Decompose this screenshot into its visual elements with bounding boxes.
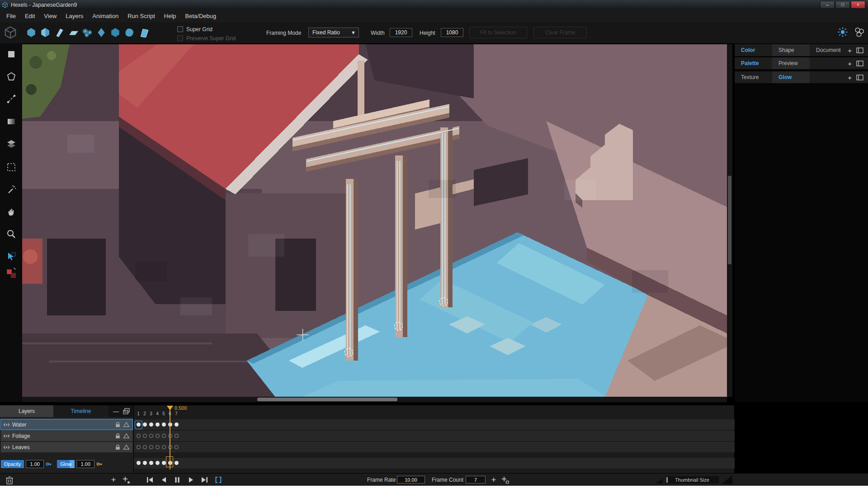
glow-toggle-button[interactable] xyxy=(837,26,849,38)
add-panel-icon[interactable]: + xyxy=(848,47,852,54)
keyframe-dot[interactable] xyxy=(149,434,153,438)
brush-trapezoid-icon[interactable] xyxy=(67,27,80,38)
tab-glow[interactable]: Glow xyxy=(772,71,810,83)
brush-slim-diamond-icon[interactable] xyxy=(53,27,66,38)
brush-hex-cluster-icon[interactable] xyxy=(81,27,94,38)
transform-tool-button[interactable] xyxy=(5,250,17,263)
frame-number[interactable]: 2 xyxy=(142,411,147,416)
frame-dot[interactable] xyxy=(137,461,141,465)
skip-to-end-button[interactable] xyxy=(200,475,209,484)
alpha-lock-icon[interactable] xyxy=(123,421,130,428)
collapse-panel-icon[interactable]: — xyxy=(113,408,119,414)
menu-view[interactable]: View xyxy=(39,10,61,22)
panel-layout-icon[interactable] xyxy=(856,60,863,67)
tab-shape[interactable]: Shape xyxy=(772,44,810,56)
brush-blob-icon[interactable] xyxy=(123,27,136,38)
close-button[interactable]: × xyxy=(851,1,865,9)
canvas-horizontal-scrollbar[interactable] xyxy=(22,397,727,402)
frame-dot[interactable] xyxy=(143,461,147,465)
line-tool-button[interactable] xyxy=(5,93,17,105)
frame-number[interactable]: 3 xyxy=(148,411,154,416)
timeline-panel[interactable]: 1 2 3 4 5 6 7 xyxy=(133,405,734,473)
frame-dot[interactable] xyxy=(156,461,160,465)
frame-number[interactable]: 1 xyxy=(136,411,141,416)
frame-dot[interactable] xyxy=(162,461,166,465)
menu-layers[interactable]: Layers xyxy=(61,10,88,22)
thumbnail-size-slider[interactable]: Thumbnail Size xyxy=(665,476,719,483)
brush-hexagon-split-icon[interactable] xyxy=(39,27,52,38)
step-back-button[interactable] xyxy=(159,475,168,484)
pan-tool-button[interactable] xyxy=(5,206,17,218)
layer-type-icon[interactable] xyxy=(3,444,10,450)
keyframe-dot[interactable] xyxy=(137,445,141,449)
frame-count-field[interactable]: 7 xyxy=(466,476,486,483)
layer-stack-tool-button[interactable] xyxy=(5,138,17,150)
keyframe-dot[interactable] xyxy=(143,434,147,438)
opacity-keyframe-icon[interactable] xyxy=(46,461,52,467)
keyframe-dot[interactable] xyxy=(156,422,160,427)
alpha-lock-icon[interactable] xyxy=(123,432,130,439)
add-panel-icon[interactable]: + xyxy=(848,60,852,67)
vscroll-thumb[interactable] xyxy=(728,176,731,264)
menu-edit[interactable]: Edit xyxy=(20,10,39,22)
pause-button[interactable] xyxy=(173,475,182,484)
skip-to-start-button[interactable] xyxy=(145,475,154,484)
play-button[interactable] xyxy=(186,475,195,484)
keyframe-dot[interactable] xyxy=(149,422,153,427)
add-frame-button[interactable]: + xyxy=(489,474,498,484)
grid-overlay-button[interactable] xyxy=(854,26,865,38)
timeline-track-foliage[interactable] xyxy=(134,431,735,441)
menu-beta-debug[interactable]: Beta/Debug xyxy=(181,10,221,22)
lock-icon[interactable] xyxy=(114,432,121,439)
frame-dot[interactable] xyxy=(149,461,153,465)
playhead-line[interactable] xyxy=(170,410,170,469)
brush-hexagon2-icon[interactable] xyxy=(109,27,122,38)
super-grid-checkbox[interactable] xyxy=(177,26,183,32)
frame-dot[interactable] xyxy=(175,461,179,465)
frame-number[interactable]: 7 xyxy=(174,411,179,416)
canvas-viewport[interactable] xyxy=(22,44,727,397)
hscroll-thumb[interactable] xyxy=(257,398,397,401)
menu-file[interactable]: File xyxy=(2,10,20,22)
maximize-button[interactable]: □ xyxy=(835,1,850,9)
menu-run-script[interactable]: Run Script xyxy=(123,10,160,22)
keyframe-dot[interactable] xyxy=(175,422,179,427)
keyframe-dot[interactable] xyxy=(143,445,147,449)
add-keyframe-button[interactable] xyxy=(121,475,131,485)
tab-document[interactable]: Document xyxy=(810,44,847,56)
lock-icon[interactable] xyxy=(114,444,121,450)
tab-palette[interactable]: Palette xyxy=(735,57,772,69)
timeline-track-master[interactable] xyxy=(134,458,735,469)
preserve-super-grid-checkbox[interactable] xyxy=(177,35,183,41)
duplicate-frame-button[interactable] xyxy=(500,475,510,485)
add-panel-icon[interactable]: + xyxy=(848,74,852,81)
tab-color[interactable]: Color xyxy=(735,44,772,56)
color-swatches[interactable] xyxy=(5,266,17,282)
frame-number[interactable]: 5 xyxy=(161,411,166,416)
layer-row-leaves[interactable]: Leaves xyxy=(1,442,132,452)
frame-number[interactable]: 4 xyxy=(155,411,160,416)
fit-to-selection-button[interactable]: Fit to Selection xyxy=(469,27,527,38)
shape-tool-button[interactable] xyxy=(5,48,17,60)
zoom-tool-button[interactable] xyxy=(5,228,17,240)
glow-value-field[interactable]: 1.00 xyxy=(76,460,94,468)
width-field[interactable]: 1920 xyxy=(390,28,412,37)
timeline-track-leaves[interactable] xyxy=(134,442,735,452)
gradient-tool-button[interactable] xyxy=(5,115,17,127)
layer-type-icon[interactable] xyxy=(3,422,10,428)
menu-help[interactable]: Help xyxy=(160,10,181,22)
polygon-tool-button[interactable] xyxy=(5,70,17,83)
canvas-vertical-scrollbar[interactable] xyxy=(727,44,732,397)
panel-layout-icon[interactable] xyxy=(856,47,863,54)
delete-layer-button[interactable] xyxy=(5,475,14,485)
brush-tilted-square-icon[interactable] xyxy=(137,27,150,38)
keyframe-dot[interactable] xyxy=(149,445,153,449)
panel-stack-icon[interactable] xyxy=(123,408,130,414)
keyframe-dot[interactable] xyxy=(175,434,179,438)
loop-toggle-button[interactable] xyxy=(214,475,223,484)
lock-icon[interactable] xyxy=(114,421,121,428)
layer-row-water[interactable]: Water xyxy=(1,419,132,430)
layer-row-foliage[interactable]: Foliage xyxy=(1,431,132,441)
wand-tool-button[interactable] xyxy=(5,183,17,196)
marquee-select-tool-button[interactable] xyxy=(5,161,17,173)
